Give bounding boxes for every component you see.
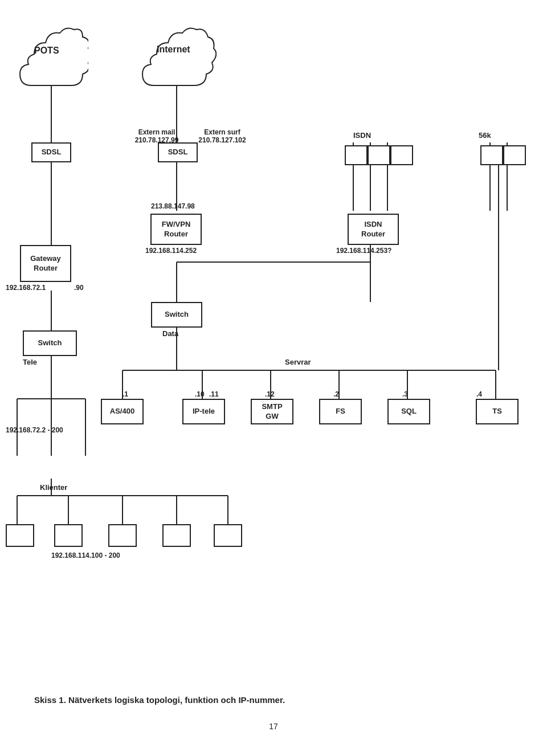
extern-mail-label: Extern mail210.78.127.99: [131, 128, 182, 144]
sdsl2-box: SDSL: [158, 142, 198, 162]
smtp-ip: .12: [265, 390, 275, 398]
isdn-label: ISDN: [353, 131, 371, 140]
switch-tele-box: Switch: [23, 330, 77, 356]
isdn-box2: [368, 145, 390, 165]
ts-box: TS: [476, 399, 519, 424]
fwvpn-ip-below: 192.168.114.252: [145, 247, 197, 255]
caption: Skiss 1. Nätverkets logiska topologi, fu…: [0, 684, 547, 716]
56k-box2: [503, 145, 526, 165]
as400-box: AS/400: [101, 399, 144, 424]
iptele-box: IP-tele: [182, 399, 225, 424]
as400-ip: .1: [123, 390, 128, 398]
client-box2: [54, 524, 83, 547]
extern-surf-label: Extern surf210.78.127.102: [197, 128, 248, 144]
data-label: Data: [162, 329, 178, 338]
iptele-ip1: .10: [195, 390, 205, 398]
client-box5: [214, 524, 242, 547]
klienter-label: Klienter: [40, 483, 67, 492]
fwvpn-ip-above: 213.88.147.98: [151, 202, 195, 210]
client-box4: [162, 524, 191, 547]
tele-label: Tele: [23, 358, 37, 366]
servrar-label: Servrar: [285, 358, 311, 366]
gateway-ip: 192.168.72.1: [6, 284, 46, 292]
isdn-router-box: ISDNRouter: [348, 214, 399, 245]
pots-cloud: POTS: [14, 6, 88, 107]
sdsl1-box: SDSL: [31, 142, 71, 162]
gateway-ip2: .90: [74, 284, 84, 292]
client-box3: [108, 524, 137, 547]
sql-ip: .3: [402, 390, 408, 398]
internet-cloud: Internet: [137, 6, 217, 107]
klienter-ip-range: 192.168.114.100 - 200: [51, 551, 120, 559]
sql-box: SQL: [387, 399, 430, 424]
page-number: 17: [0, 716, 547, 737]
iptele-ip2: .11: [209, 390, 219, 398]
tele-ip-range: 192.168.72.2 - 200: [6, 426, 63, 434]
client-box1: [6, 524, 34, 547]
56k-box1: [480, 145, 503, 165]
diagram: POTS Internet Extern mail210.78.127.99 E…: [0, 0, 547, 684]
fs-box: FS: [319, 399, 362, 424]
ts-ip: .4: [476, 390, 482, 398]
gateway-router-box: GatewayRouter: [20, 245, 71, 282]
isdn-router-ip: 192.168.114.253?: [336, 247, 391, 255]
pots-label: POTS: [34, 46, 59, 56]
fwvpn-box: FW/VPNRouter: [150, 214, 202, 245]
switch-data-box: Switch: [151, 302, 202, 328]
isdn-box1: [345, 145, 368, 165]
56k-label: 56k: [479, 131, 491, 140]
fs-ip: .2: [333, 390, 339, 398]
smtp-box: SMTPGW: [251, 399, 293, 424]
isdn-box3: [390, 145, 413, 165]
internet-label: Internet: [157, 44, 190, 55]
